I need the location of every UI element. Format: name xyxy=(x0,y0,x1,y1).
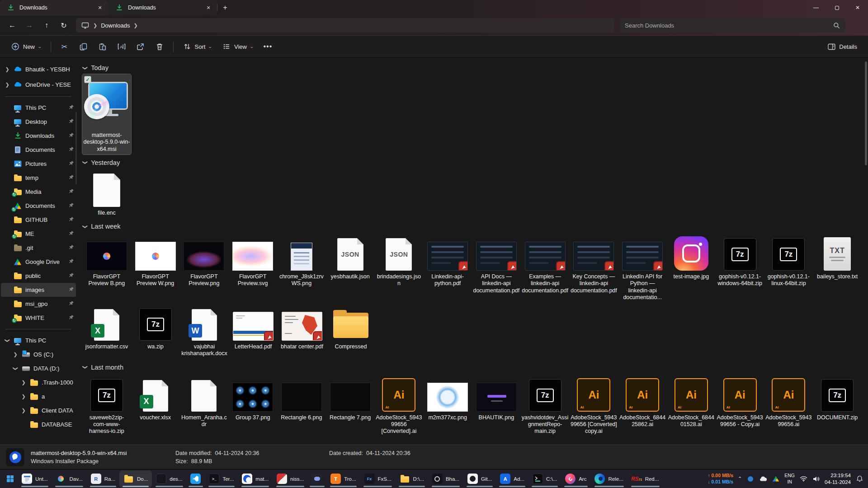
taskbar-app-niss-[interactable]: niss... xyxy=(273,470,308,488)
taskbar-app-do-[interactable]: Do... xyxy=(119,470,152,488)
file-tile[interactable]: FlavorGPT Preview W.png xyxy=(131,233,180,289)
language-indicator[interactable]: ENGIN xyxy=(784,473,795,485)
sidebar-item-public[interactable]: public xyxy=(1,269,76,283)
file-tile[interactable]: Homem_Aranha.cdr xyxy=(180,374,229,430)
taskbar-app-vscode[interactable] xyxy=(186,470,205,488)
sidebar-tree-this-pc[interactable]: ❯This PC xyxy=(1,333,76,347)
taskbar-app-des-[interactable]: des... xyxy=(152,470,186,488)
chevron-right-icon[interactable]: ❯ xyxy=(5,66,10,72)
taskbar-app-unt-[interactable]: Unt... xyxy=(18,470,52,488)
sidebar-item-me[interactable]: ↻ ME xyxy=(1,227,76,241)
file-tile[interactable]: API Docs — linkedin-api documentation.pd… xyxy=(472,233,521,296)
chevron-down-icon[interactable]: ❯ xyxy=(5,338,10,343)
sidebar-item-msi-gpo[interactable]: msi_gpo xyxy=(1,297,76,311)
taskbar-app-arc[interactable]: Arc xyxy=(561,470,590,488)
file-tile[interactable]: JSON yesbhautik.json xyxy=(326,233,375,282)
file-tile[interactable]: bhatar center.pdf xyxy=(278,303,326,352)
file-tile[interactable]: Rectangle 7.png xyxy=(326,374,375,423)
sidebar-item--git[interactable]: .git xyxy=(1,241,76,255)
file-tile[interactable]: Examples — linkedin-api documentation.pd… xyxy=(521,233,570,296)
file-tile[interactable]: BHAUTIK.png xyxy=(472,374,521,423)
notification-bell-icon[interactable] xyxy=(855,475,863,483)
taskbar-app-discord[interactable] xyxy=(308,470,326,488)
file-tile[interactable]: AiAI AdobeStock_594399656.ai xyxy=(764,374,813,430)
file-tile[interactable]: TXT baileys_store.txt xyxy=(813,233,862,282)
group-header[interactable]: ❯Last week xyxy=(83,223,862,230)
sidebar-item-white[interactable]: ↻ WHITE xyxy=(1,311,76,325)
sidebar-item-github[interactable]: GITHUB xyxy=(1,213,76,227)
new-button[interactable]: New ⌄ xyxy=(6,38,46,55)
file-tile[interactable]: 7z wa.zip xyxy=(131,303,180,352)
sidebar-item-onedrive-1[interactable]: ❯ OneDrive - YESE xyxy=(1,77,76,92)
sidebar-item-documents[interactable]: Documents xyxy=(1,143,76,157)
start-button[interactable] xyxy=(3,470,18,488)
taskbar-app-ter-[interactable]: >_Ter... xyxy=(205,470,238,488)
volume-icon[interactable] xyxy=(812,475,820,483)
back-button[interactable]: ← xyxy=(5,18,20,33)
taskbar-app-rele-[interactable]: Rele... xyxy=(590,470,627,488)
view-button[interactable]: View ⌄ xyxy=(217,38,258,55)
taskbar-app-ra-[interactable]: RRa... xyxy=(87,470,119,488)
scrollbar-thumb[interactable] xyxy=(865,61,867,165)
tab-close-icon[interactable]: ✕ xyxy=(204,4,212,12)
file-tile[interactable]: Group 37.png xyxy=(228,374,277,423)
close-button[interactable]: ✕ xyxy=(847,0,868,15)
file-tile[interactable]: Compressed xyxy=(326,303,375,352)
sidebar-tree-client-data[interactable]: ❯Client DATA xyxy=(1,404,76,418)
file-tile[interactable]: LetterHead.pdf xyxy=(229,303,278,352)
sort-button[interactable]: Sort ⌄ xyxy=(178,38,217,55)
copy-button[interactable] xyxy=(75,38,93,55)
network-speed-monitor[interactable]: ↑ 0.00 MB/s ↓ 0.01 MB/s xyxy=(708,473,733,484)
file-tile[interactable]: Rectangle 6.png xyxy=(277,374,326,423)
file-tile[interactable]: JSON brindadesings.json xyxy=(375,233,424,289)
file-tile[interactable]: AiAI AdobeStock_684401528.ai xyxy=(667,374,716,430)
file-tile[interactable]: chrome_J8sk1zrvWS.png xyxy=(277,233,326,289)
selection-checkbox[interactable]: ✓ xyxy=(84,76,91,83)
chevron-down-icon[interactable]: ❯ xyxy=(13,366,19,371)
sidebar-item-media[interactable]: ↻ Media xyxy=(1,185,76,199)
file-tile[interactable]: 7z DOCUMENT.zip xyxy=(813,374,862,423)
share-button[interactable] xyxy=(132,38,150,55)
restore-button[interactable] xyxy=(826,0,847,15)
details-pane-button[interactable]: Details xyxy=(822,38,862,55)
sidebar-item-temp[interactable]: temp xyxy=(1,171,76,185)
sidebar-tree-os-c-[interactable]: ❯OS (C:) xyxy=(1,347,76,361)
bluetooth-tray-icon[interactable] xyxy=(746,475,755,483)
sidebar-tree-data-d-[interactable]: ❯DATA (D:) xyxy=(1,361,76,375)
taskbar-app-dav-[interactable]: Dav... xyxy=(52,470,86,488)
file-tile[interactable]: 7z gophish-v0.12.1-linux-64bit.zip xyxy=(764,233,813,289)
tab-close-icon[interactable]: ✕ xyxy=(96,4,104,12)
taskbar-app-fxs-[interactable]: FxFxS... xyxy=(360,470,396,488)
more-options-button[interactable]: ••• xyxy=(259,38,277,55)
google-drive-tray-icon[interactable] xyxy=(772,475,780,483)
minimize-button[interactable]: — xyxy=(806,0,826,15)
file-tile[interactable]: LinkedIn API for Python — linkedin-api d… xyxy=(618,233,667,303)
sidebar-item-images[interactable]: images xyxy=(1,283,76,297)
chevron-right-icon[interactable]: ❯ xyxy=(21,394,26,399)
up-button[interactable]: ↑ xyxy=(39,18,54,33)
sidebar-item-documents[interactable]: ↻ Documents xyxy=(1,199,76,213)
rename-button[interactable]: A xyxy=(113,38,131,55)
scrollbar[interactable] xyxy=(865,61,867,441)
sidebar-tree-a[interactable]: ❯a xyxy=(1,389,76,404)
sidebar-item-pictures[interactable]: Pictures xyxy=(1,157,76,171)
taskbar-app-c-[interactable]: C:\... xyxy=(528,470,561,488)
file-tile[interactable]: 7z gophish-v0.12.1-windows-64bit.zip xyxy=(716,233,764,289)
taskbar-app-tro-[interactable]: TTro... xyxy=(326,470,360,488)
tab-downloads-1[interactable]: Downloads ✕ xyxy=(0,0,108,15)
paste-button[interactable] xyxy=(94,38,112,55)
taskbar-clock[interactable]: 23:19:5404-11-2024 xyxy=(825,472,851,486)
breadcrumb[interactable]: Downloads xyxy=(101,22,130,29)
group-header[interactable]: ❯Today xyxy=(83,64,862,71)
file-tile[interactable]: m2m377xc.png xyxy=(423,374,472,423)
file-tile[interactable]: test-image.jpg xyxy=(667,233,716,282)
wifi-icon[interactable] xyxy=(799,475,807,483)
cut-button[interactable]: ✂ xyxy=(56,38,74,55)
file-tile[interactable]: 7z yashvidotdev_AssignmentRepo-main.zip xyxy=(521,374,570,437)
tab-downloads-2[interactable]: Downloads ✕ xyxy=(108,0,217,15)
delete-button[interactable] xyxy=(151,38,169,55)
new-tab-button[interactable]: + xyxy=(217,0,233,15)
sidebar-tree--trash-1000[interactable]: ❯.Trash-1000 xyxy=(1,375,76,389)
file-tile[interactable]: FlavorGPT Preview.svg xyxy=(228,233,277,289)
file-tile[interactable]: FlavorGPT Preview.png xyxy=(180,233,229,289)
